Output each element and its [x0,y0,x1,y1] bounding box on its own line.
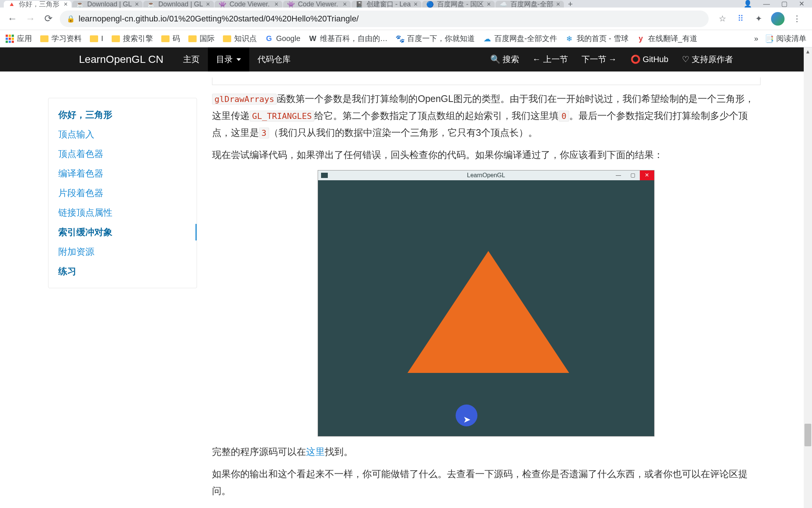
browser-tab[interactable]: ☁️百度网盘-全部× [495,1,564,8]
bookmark-link[interactable]: y在线翻译_有道 [637,33,697,44]
browser-tab[interactable]: ☕Download | GL× [143,1,214,8]
back-button[interactable]: ← [6,12,19,26]
nav-home[interactable]: 主页 [175,47,208,71]
site-navbar: LearnOpenGL CN 主页 目录 代码仓库 🔍 搜索 ← 上一节 下一节… [0,47,812,71]
avatar[interactable] [771,12,785,26]
browser-tab-active[interactable]: 🔺 你好，三角形 × [4,1,71,8]
browser-tab[interactable]: 👾Code Viewer.× [283,1,351,8]
page-scrollbar[interactable]: ▲ [804,47,812,508]
toc-link[interactable]: 链接顶点属性 [48,203,197,222]
heart-icon: ♡ [682,55,689,64]
browser-tab-strip: 🔺 你好，三角形 × ☕Download | GL× ☕Download | G… [0,0,812,8]
nav-next[interactable]: 下一节 → [582,54,617,65]
browser-tab[interactable]: 🔵百度网盘 - 国区× [422,1,495,8]
account-icon[interactable]: 👤 [744,0,752,8]
nav-search[interactable]: 🔍 搜索 [490,54,519,65]
code-inline: glDrawArrays [212,94,277,105]
close-icon[interactable]: × [274,0,279,8]
bookmark-folder[interactable]: 搜索引擎 [112,33,153,44]
favicon-icon: ☕ [76,0,84,8]
star-icon[interactable]: ☆ [717,13,728,24]
bookmark-link[interactable]: W维基百科，自由的… [309,33,388,44]
chevron-down-icon [236,58,241,61]
baidupan-icon: ☁ [483,35,491,43]
toc-link[interactable]: 顶点着色器 [48,144,197,164]
github-icon: ⭕ [630,55,641,64]
arrow-right-icon: → [609,55,617,64]
bookmark-folder[interactable]: I [90,34,103,43]
new-tab-button[interactable]: + [565,1,576,8]
bookmarks-overflow[interactable]: » [754,34,758,43]
nav-prev[interactable]: ← 上一节 [533,54,568,65]
close-icon[interactable]: × [64,0,68,8]
toc-link-current[interactable]: 索引缓冲对象 [48,222,197,242]
bookmark-link[interactable]: 🐾百度一下，你就知道 [396,33,475,44]
menu-icon[interactable]: ⋮ [791,13,803,24]
article-body: glDrawArrays函数第一个参数是我们打算绘制的OpenGL图元的类型。由… [212,75,764,508]
folder-icon [223,35,231,42]
site-brand[interactable]: LearnOpenGL CN [79,53,164,65]
toc-link[interactable]: 你好，三角形 [48,105,197,125]
toc-link[interactable]: 练习 [48,262,197,281]
extensions-icon[interactable]: ✦ [753,13,764,24]
page-content: 你好，三角形 顶点输入 顶点着色器 编译着色器 片段着色器 链接顶点属性 索引缓… [0,71,812,508]
minimize-icon[interactable]: — [763,0,770,8]
favicon-icon: ☕ [147,0,155,8]
nav-support[interactable]: ♡ 支持原作者 [682,54,733,65]
toc-link[interactable]: 附加资源 [48,242,197,262]
browser-tab[interactable]: 📓创建窗口 - Lea× [351,1,422,8]
google-icon: G [265,35,273,43]
opengl-window-icon [321,173,328,178]
scrollbar-thumb[interactable] [804,424,811,446]
code-inline: 0 [559,111,569,122]
bookmark-folder[interactable]: 学习资料 [40,33,82,44]
close-window-icon[interactable]: ✕ [799,0,804,8]
table-of-contents: 你好，三角形 顶点输入 顶点着色器 编译着色器 片段着色器 链接顶点属性 索引缓… [48,98,197,288]
browser-tab[interactable]: ☕Download | GL× [72,1,142,8]
nav-toc-dropdown[interactable]: 目录 [208,47,249,71]
baidu-icon: 🐾 [396,35,404,43]
apps-shortcut[interactable]: 应用 [6,33,32,44]
paragraph: 现在尝试编译代码，如果弹出了任何错误，回头检查你的代码。如果你编译通过了，你应该… [212,146,760,163]
close-icon[interactable]: × [414,0,418,8]
lock-icon: 🔒 [67,15,75,23]
nav-repo[interactable]: 代码仓库 [249,47,299,71]
close-icon[interactable]: × [135,0,139,8]
bookmark-link[interactable]: ☁百度网盘-全部文件 [483,33,557,44]
toc-link[interactable]: 顶点输入 [48,125,197,144]
nav-github[interactable]: ⭕ GitHub [630,55,668,64]
browser-tab[interactable]: 👾Code Viewer.× [215,1,282,8]
close-icon[interactable]: × [206,0,210,8]
bookmark-link[interactable]: GGoogle [265,34,301,43]
scroll-up-icon[interactable]: ▲ [804,47,812,56]
bookmark-folder[interactable]: 国际 [188,33,215,44]
reading-list-icon: 📑 [765,35,773,43]
url-input[interactable]: 🔒 learnopengl-cn.github.io/01%20Getting%… [60,11,709,27]
forward-button[interactable]: → [24,12,37,26]
favicon-icon: 🔵 [426,0,434,8]
reading-list[interactable]: 📑阅读清单 [765,33,806,44]
youdao-icon: y [637,35,645,43]
xueqiu-icon: ❄ [565,35,574,43]
opengl-titlebar: LearnOpenGL — ▢ ✕ [318,170,654,180]
maximize-icon[interactable]: ▢ [781,0,788,8]
bookmark-link[interactable]: ❄我的首页 - 雪球 [565,33,629,44]
toc-link[interactable]: 编译着色器 [48,164,197,183]
toc-link[interactable]: 片段着色器 [48,183,197,203]
folder-icon [188,35,197,42]
rendered-triangle [408,251,569,373]
close-icon[interactable]: × [487,0,491,8]
reload-button[interactable]: ⟳ [42,12,55,26]
arrow-left-icon: ← [533,55,541,64]
translate-icon[interactable]: ⠿ [735,13,746,24]
opengl-canvas: ➤ [320,183,652,431]
bookmark-folder[interactable]: 知识点 [223,33,257,44]
close-icon[interactable]: × [343,0,347,8]
code-inline: GL_TRIANGLES [250,111,315,122]
window-controls: 👤 — ▢ ✕ [736,0,812,8]
bookmark-folder[interactable]: 码 [161,33,180,44]
source-link[interactable]: 这里 [306,446,325,457]
maximize-icon: ▢ [626,170,640,180]
close-icon[interactable]: × [556,0,561,8]
code-block-fragment [212,78,760,85]
